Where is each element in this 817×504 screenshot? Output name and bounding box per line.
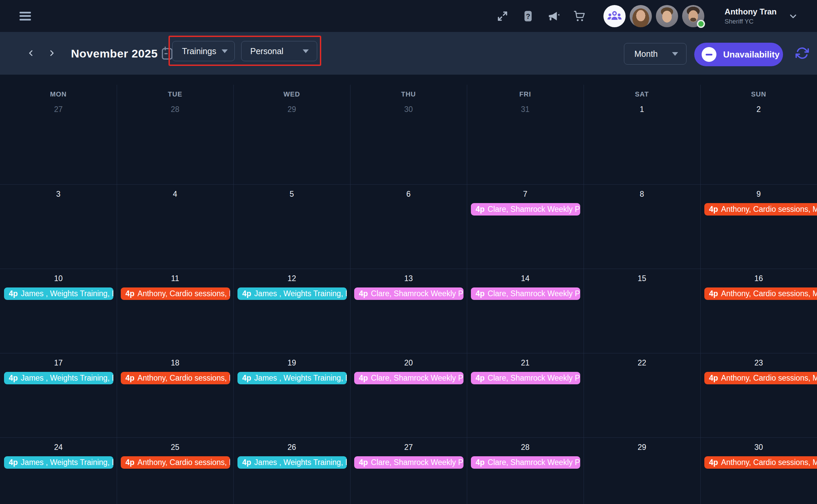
- calendar-day-cell[interactable]: 27: [0, 100, 117, 184]
- day-number: 8: [584, 190, 700, 198]
- calendar-day-cell[interactable]: 144pClare, Shamrock Weekly Prepa: [467, 269, 584, 353]
- day-number: 20: [350, 358, 467, 367]
- member-avatar[interactable]: [630, 5, 652, 27]
- user-menu[interactable]: Anthony Tran Sheriff YC: [725, 7, 777, 26]
- event-time: 4p: [242, 458, 251, 467]
- calendar-day-cell[interactable]: 204pClare, Shamrock Weekly Prepa: [350, 353, 467, 437]
- menu-icon[interactable]: [20, 12, 31, 21]
- calendar-day-cell[interactable]: 194pJames , Weights Training, Berr: [233, 353, 350, 437]
- help-icon[interactable]: ?: [521, 9, 535, 23]
- calendar-day-cell[interactable]: 5: [233, 185, 350, 269]
- calendar-day-cell[interactable]: 174pJames , Weights Training, Berr: [0, 353, 117, 437]
- event-time: 4p: [9, 374, 18, 383]
- prev-month-button[interactable]: [25, 47, 37, 59]
- calendar-day-cell[interactable]: 94pAnthony, Cardio sessions, Mal: [700, 185, 817, 269]
- calendar-day-cell[interactable]: 104pJames , Weights Training, Berr: [0, 269, 117, 353]
- event-label: James , Weights Training, Berr: [254, 458, 347, 467]
- day-number: 24: [0, 443, 117, 452]
- cart-icon[interactable]: [572, 9, 586, 23]
- event-chip[interactable]: 4pAnthony, Cardio sessions, Mal: [704, 456, 817, 469]
- calendar-icon[interactable]: [160, 46, 174, 62]
- chevron-down-icon[interactable]: [788, 11, 798, 21]
- megaphone-icon[interactable]: [547, 9, 560, 23]
- calendar-day-cell[interactable]: 4: [117, 185, 233, 269]
- calendar-day-cell[interactable]: 31: [467, 100, 584, 184]
- calendar-day-cell[interactable]: 244pJames , Weights Training, Berr: [0, 438, 117, 504]
- sync-icon[interactable]: [794, 45, 811, 62]
- calendar-day-cell[interactable]: 2: [700, 100, 817, 184]
- event-chip[interactable]: 4pAnthony, Cardio sessions, Mal: [121, 372, 230, 384]
- event-time: 4p: [476, 289, 485, 298]
- event-label: Clare, Shamrock Weekly Prepa: [488, 289, 580, 298]
- view-mode-dropdown[interactable]: Month: [624, 43, 686, 65]
- event-label: James , Weights Training, Berr: [254, 374, 347, 383]
- personal-filter-dropdown[interactable]: Personal: [241, 41, 317, 61]
- calendar-day-cell[interactable]: 124pJames , Weights Training, Berr: [233, 269, 350, 353]
- calendar-day-cell[interactable]: 164pAnthony, Cardio sessions, Mal: [700, 269, 817, 353]
- next-month-button[interactable]: [46, 47, 58, 59]
- calendar-day-cell[interactable]: 274pClare, Shamrock Weekly Prepa: [350, 438, 467, 504]
- event-chip[interactable]: 4pJames , Weights Training, Berr: [4, 456, 113, 469]
- calendar-day-cell[interactable]: 284pClare, Shamrock Weekly Prepa: [467, 438, 584, 504]
- month-title: November 2025: [71, 44, 158, 63]
- calendar-day-cell[interactable]: 6: [350, 185, 467, 269]
- event-label: Anthony, Cardio sessions, Mal: [138, 289, 230, 298]
- event-time: 4p: [359, 374, 368, 383]
- event-time: 4p: [9, 289, 18, 298]
- event-label: Clare, Shamrock Weekly Prepa: [371, 458, 463, 467]
- event-chip[interactable]: 4pJames , Weights Training, Berr: [237, 287, 347, 300]
- calendar-day-cell[interactable]: 1: [584, 100, 700, 184]
- calendar-day-cell[interactable]: 114pAnthony, Cardio sessions, Mal: [117, 269, 233, 353]
- calendar-day-cell[interactable]: 134pClare, Shamrock Weekly Prepa: [350, 269, 467, 353]
- day-number: 4: [117, 190, 233, 198]
- calendar-day-cell[interactable]: 264pJames , Weights Training, Berr: [233, 438, 350, 504]
- event-label: Anthony, Cardio sessions, Mal: [721, 205, 817, 214]
- event-chip[interactable]: 4pAnthony, Cardio sessions, Mal: [121, 287, 230, 300]
- trainings-filter-dropdown[interactable]: Trainings: [172, 41, 235, 61]
- event-chip[interactable]: 4pClare, Shamrock Weekly Prepa: [471, 203, 580, 216]
- event-chip[interactable]: 4pClare, Shamrock Weekly Prepa: [354, 456, 463, 469]
- avatar-group: [603, 5, 704, 27]
- event-chip[interactable]: 4pAnthony, Cardio sessions, Mal: [704, 372, 817, 384]
- event-chip[interactable]: 4pClare, Shamrock Weekly Prepa: [471, 372, 580, 384]
- day-number: 12: [233, 274, 350, 283]
- member-avatar[interactable]: [682, 5, 704, 27]
- calendar-day-cell[interactable]: 234pAnthony, Cardio sessions, Mal: [700, 353, 817, 437]
- unavailability-button[interactable]: Unavailability: [694, 43, 783, 66]
- calendar-day-cell[interactable]: 74pClare, Shamrock Weekly Prepa: [467, 185, 584, 269]
- event-chip[interactable]: 4pClare, Shamrock Weekly Prepa: [471, 456, 580, 469]
- event-chip[interactable]: 4pAnthony, Cardio sessions, Mal: [704, 287, 817, 300]
- calendar-day-cell[interactable]: 15: [584, 269, 700, 353]
- event-chip[interactable]: 4pAnthony, Cardio sessions, Mal: [704, 203, 817, 216]
- fullscreen-icon[interactable]: [496, 9, 509, 23]
- day-number: 26: [233, 443, 350, 452]
- calendar-day-cell[interactable]: 28: [117, 100, 233, 184]
- event-chip[interactable]: 4pJames , Weights Training, Berr: [4, 372, 113, 384]
- event-chip[interactable]: 4pClare, Shamrock Weekly Prepa: [471, 287, 580, 300]
- day-number: 17: [0, 358, 117, 367]
- event-time: 4p: [709, 458, 718, 467]
- event-time: 4p: [476, 458, 485, 467]
- event-chip[interactable]: 4pJames , Weights Training, Berr: [237, 456, 347, 469]
- calendar-day-cell[interactable]: 3: [0, 185, 117, 269]
- calendar-day-cell[interactable]: 29: [233, 100, 350, 184]
- calendar-day-cell[interactable]: 304pAnthony, Cardio sessions, Mal: [700, 438, 817, 504]
- event-chip[interactable]: 4pAnthony, Cardio sessions, Mal: [121, 456, 230, 469]
- day-number: 9: [700, 190, 817, 198]
- calendar-day-cell[interactable]: 184pAnthony, Cardio sessions, Mal: [117, 353, 233, 437]
- event-chip[interactable]: 4pJames , Weights Training, Berr: [4, 287, 113, 300]
- member-avatar[interactable]: [656, 5, 678, 27]
- event-time: 4p: [476, 374, 485, 383]
- calendar-day-cell[interactable]: 22: [584, 353, 700, 437]
- event-label: Anthony, Cardio sessions, Mal: [721, 458, 817, 467]
- calendar-day-cell[interactable]: 214pClare, Shamrock Weekly Prepa: [467, 353, 584, 437]
- event-chip[interactable]: 4pClare, Shamrock Weekly Prepa: [354, 372, 463, 384]
- calendar-day-cell[interactable]: 8: [584, 185, 700, 269]
- team-avatar[interactable]: [603, 5, 626, 27]
- event-time: 4p: [709, 205, 718, 214]
- calendar-day-cell[interactable]: 29: [584, 438, 700, 504]
- calendar-day-cell[interactable]: 254pAnthony, Cardio sessions, Mal: [117, 438, 233, 504]
- calendar-day-cell[interactable]: 30: [350, 100, 467, 184]
- event-chip[interactable]: 4pJames , Weights Training, Berr: [237, 372, 347, 384]
- event-chip[interactable]: 4pClare, Shamrock Weekly Prepa: [354, 287, 463, 300]
